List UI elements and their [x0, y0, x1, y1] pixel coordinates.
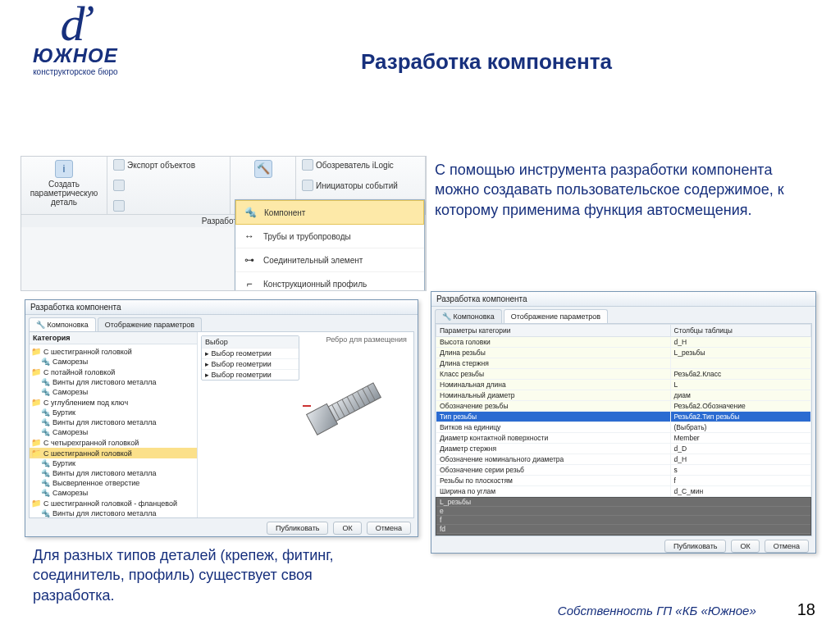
publish-button[interactable]: Публиковать	[664, 540, 726, 553]
dropdown-item-pipes[interactable]: ↔Трубы и трубопроводы	[235, 225, 424, 248]
part-icon: 🔩	[41, 408, 50, 417]
browser-icon	[302, 159, 313, 171]
cancel-button[interactable]: Отмена	[367, 522, 411, 535]
slide-title: Разработка компонента	[361, 49, 612, 75]
dropdown-item-profile[interactable]: ⌐Конструкционный профиль	[235, 272, 424, 291]
part-icon: 🔩	[41, 358, 50, 366]
tree-item-label: Винты для листового металла	[52, 378, 156, 386]
part-icon: 🔩	[41, 489, 50, 497]
paragraph-types-description: Для разных типов деталей (крепеж, фитинг…	[33, 545, 386, 605]
table-row[interactable]: Витков на единицу(Выбрать)	[436, 422, 811, 433]
table-row[interactable]: Номинальная длинаL	[436, 380, 811, 390]
tree-item[interactable]: 🔩Саморезы	[30, 488, 197, 498]
table-row[interactable]: Диаметр стержняd_D	[436, 444, 811, 454]
table-row[interactable]: Резьбы по плоскостямf	[436, 476, 811, 486]
tree-item[interactable]: 🔩Винты для листового металла	[30, 468, 197, 478]
events-icon	[302, 180, 313, 191]
selection-item[interactable]: ▸ Выбор геометрии	[202, 358, 299, 369]
list-item[interactable]: fd	[436, 525, 810, 534]
tree-item-label: С потайной головкой	[43, 368, 115, 376]
tree-item-label: Винты для листового металла	[52, 469, 156, 477]
dialog-title: Разработка компонента	[25, 300, 418, 315]
tree-item[interactable]: 🔩Винты для листового металла	[30, 377, 197, 387]
table-row[interactable]: Высота головкиd_H	[436, 337, 811, 348]
dropdown-item-connector[interactable]: ⊶Соединительный элемент	[235, 248, 424, 272]
tree-item[interactable]: 🔩Саморезы	[30, 427, 197, 437]
tab-params-display[interactable]: Отображение параметров	[504, 309, 608, 323]
logo: ď ЮЖНОЕ конструкторское бюро	[33, 7, 118, 76]
screenshot-component-dialog-tree: Разработка компонента 🔧 Компоновка Отобр…	[25, 299, 418, 537]
tree-item[interactable]: 📁С шестигранной головкой - фланцевой	[30, 498, 197, 508]
table-row[interactable]: Обозначение номинального диаметраd_H	[436, 454, 811, 465]
part-icon: 🔩	[41, 388, 50, 396]
event-triggers-button[interactable]: Инициаторы событий	[299, 179, 422, 192]
bolt-preview	[290, 357, 397, 455]
tab-label: Компоновка	[48, 321, 89, 329]
part-icon: 🔩	[41, 469, 50, 477]
bolt-icon: 🔩	[243, 205, 258, 220]
column-options-list[interactable]: L_резьбыeffdd_резьбыдиамMATERIALРезьба2.…	[436, 497, 811, 536]
tree-item-label: Саморезы	[52, 428, 88, 436]
table-row[interactable]: Диаметр контактной поверхностиMember	[436, 433, 811, 444]
connector-icon: ⊶	[242, 253, 257, 267]
profile-icon: ⌐	[242, 276, 257, 291]
table-row[interactable]: Обозначение резьбыРезьба2.Обозначение	[436, 401, 811, 412]
tree-item-label: Винты для листового металла	[52, 509, 156, 517]
tree-item[interactable]: 🔩Саморезы	[30, 387, 197, 397]
tab-layout[interactable]: 🔧 Компоновка	[435, 309, 502, 323]
ribbon-button[interactable]: 🔨	[234, 158, 292, 180]
tree-item[interactable]: 📁С углублением под ключ	[30, 397, 197, 408]
tree-item[interactable]: 📁С шестигранной головкой	[30, 448, 197, 458]
dd-label: Соединительный элемент	[263, 256, 363, 265]
folder-icon: 📁	[31, 367, 41, 376]
tree-item[interactable]: 🔩Буртик	[30, 408, 197, 417]
tree-item-label: С четырехгранной головкой	[43, 439, 139, 447]
list-item[interactable]: d_резьбы	[436, 534, 810, 536]
table-row[interactable]: Длина стержня	[436, 358, 811, 369]
part-icon: 🔩	[41, 479, 50, 487]
list-item[interactable]: L_резьбы	[436, 498, 810, 507]
ribbon-placeholder-2[interactable]	[111, 199, 226, 212]
screenshot-ribbon: i Создать параметрическую деталь Экспорт…	[21, 156, 427, 291]
table-row[interactable]: Класс резьбыРезьба2.Класс	[436, 369, 811, 380]
table-row[interactable]: Номинальный диаметрдиам	[436, 390, 811, 401]
folder-icon: 📁	[31, 499, 41, 508]
publish-button[interactable]: Публиковать	[267, 522, 328, 535]
tree-item[interactable]: 📁С четырехгранной головкой	[30, 437, 197, 448]
list-item[interactable]: f	[436, 516, 810, 525]
export-objects-button[interactable]: Экспорт объектов	[111, 158, 226, 171]
table-row[interactable]: Тип резьбыРезьба2.Тип резьбы	[436, 412, 811, 422]
pipe-icon: ↔	[242, 229, 257, 244]
tree-item[interactable]: 🔩Буртик	[30, 458, 197, 468]
create-parametric-button[interactable]: i Создать параметрическую деталь	[25, 158, 103, 208]
selection-item[interactable]: ▸ Выбор геометрии	[202, 369, 299, 380]
tab-layout[interactable]: 🔧 Компоновка	[29, 317, 96, 331]
tree-item[interactable]: 🔩Винты для листового металла	[30, 508, 197, 517]
tree-item-label: Буртик	[52, 408, 75, 417]
component-dropdown: 🔩Компонент ↔Трубы и трубопроводы ⊶Соедин…	[235, 199, 425, 291]
edge-placement-label: Ребро для размещения	[326, 335, 407, 344]
table-row[interactable]: Длина резьбыL_резьбы	[436, 348, 811, 358]
list-item[interactable]: e	[436, 507, 810, 516]
part-icon: 🔩	[41, 418, 50, 426]
logo-brand: ЮЖНОЕ	[33, 44, 118, 67]
ok-button[interactable]: ОК	[333, 522, 361, 535]
category-tree: Категория 📁С шестигранной головкой🔩Самор…	[30, 332, 198, 517]
table-row[interactable]: Обозначение серии резьбs	[436, 465, 811, 476]
table-row[interactable]: Ширина по угламd_C_мин	[436, 486, 811, 497]
tab-params-display[interactable]: Отображение параметров	[98, 317, 202, 331]
ok-button[interactable]: ОК	[731, 540, 759, 553]
tree-item[interactable]: 📁С шестигранной головкой	[30, 346, 197, 357]
dropdown-item-component[interactable]: 🔩Компонент	[235, 200, 424, 225]
tree-item-label: Высверленное отверстие	[52, 479, 139, 487]
tree-item[interactable]: 🔩Саморезы	[30, 357, 197, 367]
folder-icon: 📁	[31, 347, 41, 356]
cancel-button[interactable]: Отмена	[765, 540, 809, 553]
tree-item[interactable]: 🔩Высверленное отверстие	[30, 478, 197, 488]
selection-item[interactable]: ▸ Выбор геометрии	[202, 348, 299, 358]
tree-item[interactable]: 🔩Винты для листового металла	[30, 417, 197, 427]
ribbon-placeholder-1[interactable]	[111, 179, 226, 192]
ilogic-browser-button[interactable]: Обозреватель iLogic	[299, 158, 422, 171]
tree-item[interactable]: 📁С потайной головкой	[30, 367, 197, 377]
create-parametric-label: Создать параметрическую деталь	[28, 180, 100, 207]
